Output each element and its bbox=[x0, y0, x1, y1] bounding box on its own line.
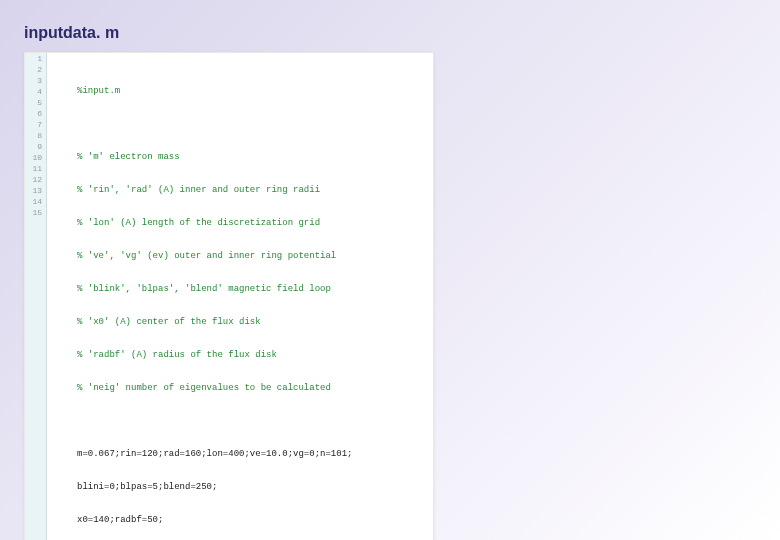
comment: %input.m bbox=[77, 86, 120, 96]
code-line: m=0.067;rin=120;rad=160;lon=400;ve=10.0;… bbox=[77, 449, 352, 459]
line-gutter: 12345 678910 1112131415 bbox=[25, 53, 47, 540]
fold-column bbox=[47, 53, 67, 540]
comment: % 'm' electron mass bbox=[77, 152, 180, 162]
code-editor-inputdata[interactable]: 12345 678910 1112131415 %input.m % 'm' e… bbox=[24, 52, 434, 540]
file-title: inputdata. m bbox=[0, 0, 780, 52]
code-body[interactable]: %input.m % 'm' electron mass % 'rin', 'r… bbox=[47, 53, 433, 540]
